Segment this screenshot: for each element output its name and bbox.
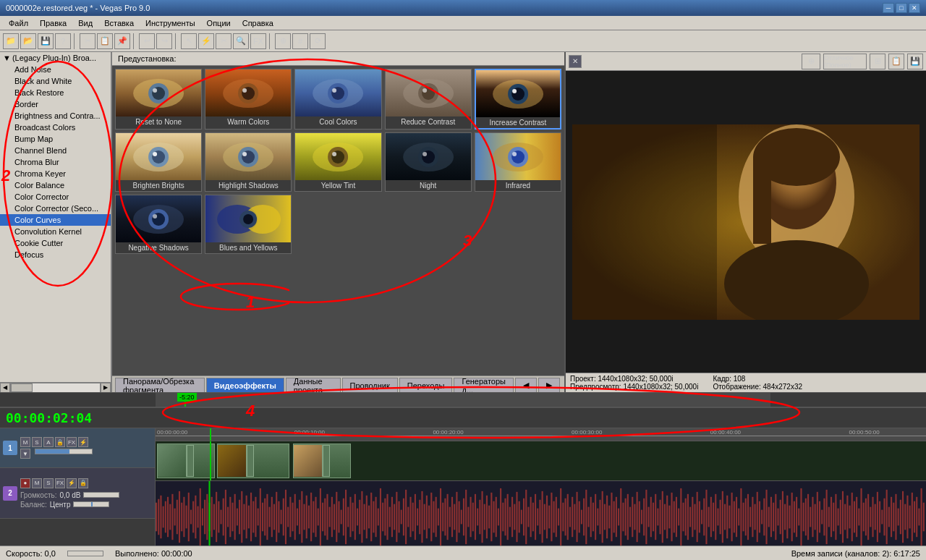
tab-video-effects[interactable]: Видеоэффекты [206, 378, 284, 392]
effect-channel-blend[interactable]: Channel Blend [0, 145, 111, 156]
scroll-thumb[interactable] [11, 383, 33, 392]
save-button[interactable]: 💾 [38, 33, 54, 49]
speed-slider[interactable] [67, 551, 103, 556]
clip-1-handle[interactable] [187, 445, 194, 477]
track-solo-btn[interactable]: S [32, 437, 42, 447]
preview-grid-btn[interactable]: ⊞ [870, 54, 885, 69]
scroll-left-arrow[interactable]: ◀ [0, 383, 10, 393]
preset-blues[interactable]: Blues and Yellows [205, 195, 292, 254]
menu-file[interactable]: Файл [3, 17, 34, 29]
snap-button[interactable]: ⊕ [275, 33, 291, 49]
effect-convolution[interactable]: Convolution Kernel [0, 226, 111, 237]
new-button[interactable]: 📁 [3, 33, 19, 49]
preview-copy-btn[interactable]: 📋 [888, 54, 904, 69]
effect-cookie-cutter[interactable]: Cookie Cutter [0, 237, 111, 249]
track-motion-btn[interactable]: ⚡ [78, 437, 88, 447]
effect-black-white[interactable]: Black and White [0, 75, 111, 87]
close-button[interactable]: ✕ [909, 3, 920, 13]
preset-negative[interactable]: Negative Shadows [115, 195, 202, 254]
preset-night[interactable]: Night [385, 132, 472, 192]
clip-3-handle[interactable] [323, 445, 330, 477]
paste-button[interactable]: 📌 [114, 33, 130, 49]
effect-defocus[interactable]: Defocus [0, 249, 111, 260]
track-arm-btn[interactable]: A [43, 437, 54, 447]
tab-project-data[interactable]: Данные проекта [286, 378, 341, 392]
audio-record-btn[interactable]: ● [20, 478, 30, 488]
preset-increase[interactable]: Increase Contrast [475, 69, 561, 130]
preset-highlight[interactable]: Highlight Shadows [205, 132, 292, 192]
video-clip-2[interactable] [217, 444, 289, 478]
effect-brightness[interactable]: Brightness and Contra... [0, 110, 111, 122]
preview-view-btn[interactable]: ⊕ [802, 54, 820, 69]
preset-brighten[interactable]: Brighten Brights [115, 132, 202, 192]
preset-yellow[interactable]: Yellow Tint [294, 132, 381, 192]
scroll-right-arrow[interactable]: ▶ [101, 383, 111, 393]
maximize-button[interactable]: □ [896, 3, 907, 13]
minimize-button[interactable]: ─ [883, 3, 894, 13]
scroll-track[interactable] [10, 383, 101, 393]
timeline-ruler[interactable]: 00:00:00:00 00:00:10:00 00:00:20:00 00:0… [156, 428, 926, 441]
preset-infrared[interactable]: Infrared [475, 132, 561, 192]
preset-reduce[interactable]: Reduce Contrast [385, 69, 472, 130]
audio-env-btn[interactable]: ⚡ [67, 478, 77, 488]
effect-black-restore[interactable]: Black Restore [0, 87, 111, 98]
tab-scroll-right[interactable]: ▶ [538, 378, 560, 392]
cut-button[interactable]: ✂ [80, 33, 95, 49]
effect-color-corrector-sec[interactable]: Color Corrector (Seco... [0, 203, 111, 214]
menu-edit[interactable]: Правка [34, 17, 72, 29]
undo-button[interactable]: ↩ [139, 33, 155, 49]
menu-tools[interactable]: Инструменты [140, 17, 201, 29]
audio-fx-btn[interactable]: FX [55, 478, 65, 488]
tab-generators[interactable]: Генераторы д... [454, 378, 514, 392]
copy-button[interactable]: 📋 [97, 33, 113, 49]
audio-lock-btn[interactable]: 🔒 [78, 478, 88, 488]
effect-color-corrector[interactable]: Color Corrector [0, 191, 111, 203]
help-button[interactable]: ? [55, 33, 71, 49]
effect-chroma-blur[interactable]: Chroma Blur [0, 156, 111, 168]
video-track-content[interactable] [156, 441, 926, 481]
effect-bump-map[interactable]: Bump Map [0, 133, 111, 145]
tab-panorama[interactable]: Панорама/Обрезка фрагмента [115, 378, 205, 392]
audio-solo-btn[interactable]: S [43, 478, 54, 488]
preview-save-btn[interactable]: 💾 [907, 54, 923, 69]
effect-border[interactable]: Border [0, 98, 111, 110]
open-button[interactable]: 📂 [20, 33, 36, 49]
track-opacity-slider[interactable] [35, 449, 93, 454]
effects-group[interactable]: ▼ (Legacy Plug-In) Broa... [0, 52, 111, 64]
tab-explorer[interactable]: Проводник [342, 378, 398, 392]
fx-button[interactable]: FX [250, 33, 266, 49]
menu-help[interactable]: Справка [237, 17, 279, 29]
video-clip-1[interactable] [157, 444, 215, 478]
trim-button[interactable]: ✂ [216, 33, 232, 49]
track-mute-btn[interactable]: M [20, 437, 30, 447]
tab-scroll-left[interactable]: ◀ [515, 378, 537, 392]
effect-chroma-keyer[interactable]: Chroma Keyer [0, 168, 111, 179]
track-lock-btn[interactable]: 🔒 [55, 437, 65, 447]
menu-insert[interactable]: Вставка [98, 17, 140, 29]
volume-slider[interactable] [83, 492, 119, 498]
envelope-button[interactable]: ⚡ [198, 33, 214, 49]
effect-add-noise[interactable]: Add Noise [0, 64, 111, 75]
redo-button[interactable]: ↪ [156, 33, 172, 49]
preview-close-btn[interactable]: ✕ [569, 55, 582, 68]
audio-track-content[interactable] [156, 481, 926, 553]
track-fx-btn[interactable]: FX [67, 437, 77, 447]
effect-broadcast[interactable]: Broadcast Colors [0, 122, 111, 133]
select-button[interactable]: ↖ [181, 33, 197, 49]
clip-2-handle[interactable] [247, 445, 254, 477]
menu-options[interactable]: Опции [201, 17, 237, 29]
effect-color-curves[interactable]: Color Curves [0, 214, 111, 226]
video-clip-3[interactable] [293, 444, 351, 478]
balance-slider[interactable] [73, 501, 109, 507]
tab-transitions[interactable]: Переходы [399, 378, 453, 392]
grid-button[interactable]: # [292, 33, 308, 49]
track-expand-btn[interactable]: ▼ [20, 449, 30, 459]
menu-view[interactable]: Вид [72, 17, 98, 29]
preset-reset[interactable]: Reset to None [115, 69, 202, 130]
zoom-button[interactable]: 🔍 [233, 33, 249, 49]
preview-zoom-btn[interactable]: Отличное (Полное) [823, 54, 867, 69]
audio-mute-btn[interactable]: M [32, 478, 42, 488]
timeline-position-bar[interactable]: -5:20 [156, 393, 770, 407]
preset-cool[interactable]: Cool Colors [294, 69, 381, 130]
loop-button[interactable]: ⟳ [310, 33, 326, 49]
